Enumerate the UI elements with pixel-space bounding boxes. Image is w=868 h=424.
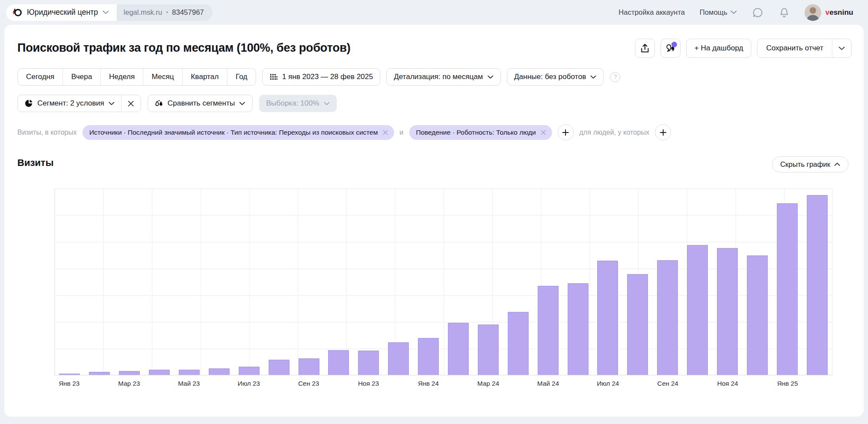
bar-slot	[503, 189, 533, 375]
bar-Фев 23[interactable]	[89, 372, 110, 375]
bar-slot	[264, 189, 294, 375]
bar-Дек 23[interactable]	[388, 342, 409, 375]
topbar: Юридический центр legal.msk.ru • 8345796…	[0, 0, 868, 25]
bar-slot	[145, 189, 174, 375]
add-to-dashboard-button[interactable]: + На дашборд	[686, 39, 751, 58]
bar-slot	[444, 189, 473, 375]
add-people-condition-button[interactable]	[655, 124, 671, 140]
bar-slot	[713, 189, 743, 375]
x-axis-label: Июл 24	[597, 380, 619, 387]
bar-Дек 24[interactable]	[747, 255, 768, 375]
period-week[interactable]: Неделя	[101, 69, 143, 85]
segment-control: Сегмент: 2 условия	[17, 95, 141, 112]
data-mode-value: Данные: без роботов	[514, 73, 586, 81]
chevron-down-icon	[324, 102, 330, 106]
chat-icon[interactable]	[752, 7, 764, 19]
page-title: Поисковой трафик за год по месяцам (100%…	[17, 41, 351, 55]
compare-segments-dropdown[interactable]: Сравнить сегменты	[148, 95, 253, 112]
bar-slot	[802, 189, 832, 375]
account-settings-link[interactable]: Настройка аккаунта	[618, 8, 685, 17]
date-range-button[interactable]: 1 янв 2023 — 28 фев 2025	[262, 68, 380, 86]
comments-button[interactable]	[661, 39, 681, 58]
notification-badge	[671, 42, 677, 47]
segment-clear-button[interactable]	[121, 95, 141, 112]
filter-chip-source[interactable]: Источники · Последний значимый источник …	[82, 125, 394, 140]
period-year[interactable]: Год	[227, 69, 256, 85]
bar-slot	[593, 189, 623, 375]
segment-pie-icon	[24, 99, 33, 108]
sampling-dropdown[interactable]: Выборка: 100%	[259, 95, 336, 112]
data-mode-dropdown[interactable]: Данные: без роботов	[507, 68, 604, 86]
bar-slot	[115, 189, 145, 375]
bar-Авг 24[interactable]	[627, 274, 648, 375]
controls-row-segments: Сегмент: 2 условия Сравнить сегменты Выб…	[17, 95, 337, 112]
report-card: Поисковой трафик за год по месяцам (100%…	[4, 25, 864, 417]
username[interactable]: vesninu	[825, 8, 853, 17]
visits-bar-chart	[54, 189, 832, 375]
bar-Янв 25[interactable]	[777, 203, 798, 375]
chart-heading: Визиты	[17, 157, 53, 169]
bar-slot	[294, 189, 324, 375]
detalization-dropdown[interactable]: Детализация: по месяцам	[386, 68, 500, 86]
chip-close-icon[interactable]	[382, 129, 388, 136]
export-button[interactable]	[635, 39, 655, 58]
period-yesterday[interactable]: Вчера	[63, 69, 101, 85]
bar-slot	[234, 189, 264, 375]
bar-Апр 23[interactable]	[149, 370, 170, 375]
bar-Янв 23[interactable]	[59, 374, 80, 375]
period-month[interactable]: Месяц	[143, 69, 182, 85]
bar-Ноя 24[interactable]	[717, 248, 738, 375]
filter-chip-behavior-text: Поведение · Роботность: Только люди	[416, 129, 536, 136]
project-pill[interactable]: Юридический центр	[6, 4, 117, 21]
bar-Окт 24[interactable]	[687, 245, 708, 375]
bar-slot	[683, 189, 713, 375]
project-switcher[interactable]: Юридический центр legal.msk.ru • 8345796…	[6, 4, 213, 21]
bar-Янв 24[interactable]	[418, 338, 439, 375]
bar-Июн 23[interactable]	[209, 368, 230, 375]
bar-Июл 23[interactable]	[239, 367, 260, 375]
save-report-button[interactable]: Сохранить отчет	[757, 39, 832, 57]
save-report-caret[interactable]	[832, 39, 851, 57]
visits-in-which-label: Визиты, в которых	[17, 129, 77, 136]
bar-Авг 23[interactable]	[269, 360, 289, 375]
x-axis-label: Мар 23	[118, 380, 140, 387]
close-icon	[128, 100, 134, 107]
chip-close-icon[interactable]	[540, 129, 546, 136]
add-to-dashboard-label: + На дашборд	[694, 44, 743, 53]
save-report-split-button: Сохранить отчет	[757, 39, 852, 58]
hide-chart-button[interactable]: Скрыть график	[772, 156, 848, 172]
add-visit-condition-button[interactable]	[558, 124, 574, 140]
separator-dot: •	[166, 9, 168, 16]
chevron-up-icon	[834, 162, 840, 166]
period-today[interactable]: Сегодня	[18, 69, 63, 85]
bar-Мар 24[interactable]	[478, 325, 499, 375]
bar-Май 24[interactable]	[538, 286, 559, 375]
bar-Фев 25[interactable]	[807, 195, 828, 375]
x-axis-label: Май 24	[537, 380, 559, 387]
bar-slot	[324, 189, 354, 375]
bar-Ноя 23[interactable]	[358, 351, 379, 375]
chevron-down-icon	[239, 102, 245, 106]
bar-Окт 23[interactable]	[328, 350, 349, 375]
bar-Май 23[interactable]	[179, 370, 200, 375]
avatar[interactable]	[805, 4, 821, 21]
bar-Мар 23[interactable]	[119, 371, 140, 375]
and-label: и	[400, 129, 404, 136]
filter-chip-behavior[interactable]: Поведение · Роботность: Только люди	[409, 125, 552, 140]
segment-dropdown[interactable]: Сегмент: 2 условия	[18, 95, 121, 112]
bar-Фев 24[interactable]	[448, 323, 469, 375]
bar-Сен 23[interactable]	[299, 358, 319, 375]
bar-Июн 24[interactable]	[568, 283, 589, 375]
sampling-label: Выборка: 100%	[266, 99, 319, 108]
bar-Апр 24[interactable]	[508, 312, 529, 375]
bar-slot	[85, 189, 115, 375]
help-menu[interactable]: Помощь	[700, 8, 737, 17]
bar-slot	[204, 189, 234, 375]
chevron-down-icon	[838, 46, 845, 50]
notifications-bell-icon[interactable]	[779, 7, 790, 18]
bar-Сен 24[interactable]	[657, 260, 678, 375]
bars	[55, 189, 832, 375]
help-question-icon[interactable]: ?	[610, 72, 620, 82]
period-quarter[interactable]: Квартал	[183, 69, 227, 85]
bar-Июл 24[interactable]	[597, 261, 618, 375]
